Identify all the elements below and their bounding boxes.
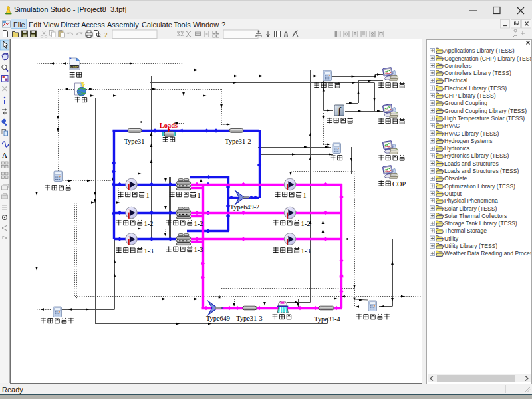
- svg-text:Controllers Library (TESS): Controllers Library (TESS): [444, 70, 511, 76]
- svg-text:Loads and Structures (TESS): Loads and Structures (TESS): [444, 168, 519, 174]
- svg-text:Ground Coupling: Ground Coupling: [444, 100, 487, 106]
- svg-text:1-2: 1-2: [144, 220, 154, 227]
- svg-text:Utility Library (TESS): Utility Library (TESS): [444, 243, 497, 249]
- svg-text:Ground Coupling Library (TESS): Ground Coupling Library (TESS): [444, 108, 527, 114]
- svg-text:Hydronics Library (TESS): Hydronics Library (TESS): [444, 152, 509, 159]
- svg-text:1-2: 1-2: [301, 220, 311, 227]
- svg-text:Type649-2: Type649-2: [230, 203, 259, 211]
- svg-text:A: A: [2, 151, 7, 159]
- svg-text:1: 1: [146, 192, 150, 199]
- svg-text:1-3: 1-3: [301, 247, 311, 255]
- svg-text:HVAC: HVAC: [444, 122, 460, 129]
- svg-text:Controllers: Controllers: [444, 63, 472, 69]
- svg-text:Physical Phenomena: Physical Phenomena: [444, 198, 498, 204]
- svg-text:1-3: 1-3: [194, 246, 203, 253]
- svg-text:Solar Thermal Collectors: Solar Thermal Collectors: [444, 213, 507, 219]
- svg-text:Hydrogen Systems: Hydrogen Systems: [444, 138, 493, 144]
- svg-text:1-3: 1-3: [144, 247, 154, 255]
- svg-text:HVAC Library (TESS): HVAC Library (TESS): [444, 130, 499, 137]
- svg-text:Electrical: Electrical: [444, 77, 467, 84]
- svg-text:Utility: Utility: [444, 235, 459, 242]
- svg-text:COP: COP: [392, 180, 406, 188]
- svg-text:Weather Data Reading and Proce: Weather Data Reading and Process: [444, 250, 531, 257]
- svg-text:USER: USER: [70, 65, 78, 68]
- svg-text:Output: Output: [444, 190, 462, 197]
- svg-text:1-2: 1-2: [194, 220, 203, 227]
- svg-text:Obsolete: Obsolete: [444, 175, 467, 182]
- svg-text:High Temperature Solar (TESS): High Temperature Solar (TESS): [444, 115, 525, 122]
- svg-text:Type31-2: Type31-2: [225, 138, 251, 145]
- svg-text:Solar Library (TESS): Solar Library (TESS): [444, 205, 497, 212]
- svg-text:Type31-3: Type31-3: [236, 315, 262, 322]
- svg-text:Cogeneration (CHP) Library (TE: Cogeneration (CHP) Library (TESS): [444, 55, 531, 62]
- svg-text:GHP Library (TESS): GHP Library (TESS): [444, 92, 496, 99]
- svg-text:Type649: Type649: [206, 315, 230, 322]
- svg-text:Thermal Storage: Thermal Storage: [444, 227, 487, 234]
- svg-text:Optimization Library (TESS): Optimization Library (TESS): [444, 183, 515, 190]
- svg-text:Applications Library (TESS): Applications Library (TESS): [444, 47, 515, 54]
- svg-text:Type31: Type31: [124, 138, 145, 145]
- svg-text:Storage Tank Library (TESS): Storage Tank Library (TESS): [444, 220, 517, 227]
- svg-text:?: ?: [104, 31, 108, 39]
- svg-text:Type31-4: Type31-4: [314, 315, 340, 323]
- svg-text:Loads: Loads: [160, 122, 178, 129]
- svg-text:Electrical Library (TESS): Electrical Library (TESS): [444, 85, 507, 92]
- svg-text:1: 1: [198, 192, 201, 199]
- svg-text:1: 1: [303, 192, 307, 199]
- svg-text:Loads and Structures: Loads and Structures: [444, 160, 499, 167]
- svg-text:Hydronics: Hydronics: [444, 145, 469, 152]
